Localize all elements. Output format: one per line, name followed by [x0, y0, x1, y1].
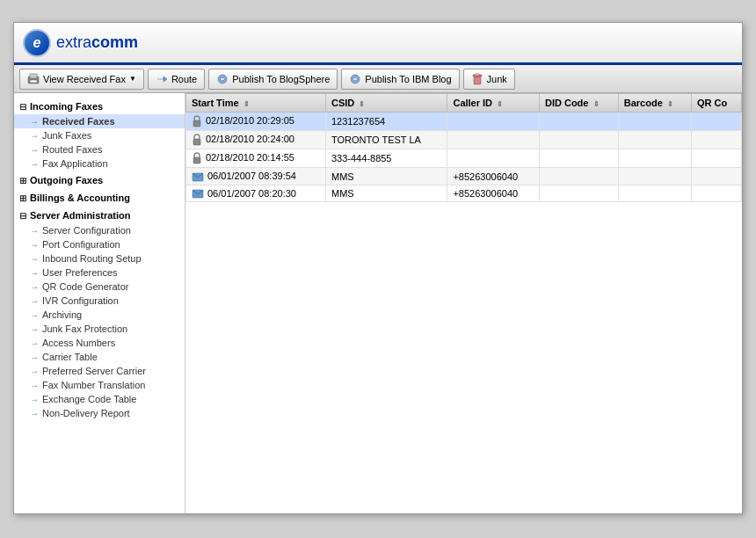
table-row[interactable]: 02/18/2010 20:29:051231237654: [186, 113, 742, 131]
sidebar-item-junk-faxes[interactable]: → Junk Faxes: [14, 128, 185, 142]
publish-blogsphere-button[interactable]: Publish To BlogSphere: [208, 69, 338, 90]
sidebar-item-archiving[interactable]: → Archiving: [14, 308, 185, 322]
table-row[interactable]: 02/18/2010 20:14:55333-444-8855: [186, 149, 742, 168]
route-button[interactable]: Route: [148, 69, 205, 90]
sidebar-item-port-configuration[interactable]: → Port Configuration: [14, 237, 185, 251]
cell-qr-code: [692, 131, 742, 149]
svg-rect-8: [193, 120, 200, 127]
cell-qr-code: [692, 185, 742, 202]
arrow-icon: →: [30, 159, 39, 169]
publish-ibm-blog-button[interactable]: Publish To IBM Blog: [341, 69, 459, 90]
cell-qr-code: [692, 149, 742, 168]
cell-qr-code: [692, 168, 742, 185]
sidebar-group-server-administration-header[interactable]: ⊟ Server Administration: [14, 207, 185, 223]
svg-rect-10: [193, 157, 200, 164]
route-icon: [156, 73, 168, 85]
table-row[interactable]: 06/01/2007 08:39:54MMS+85263006040: [186, 168, 742, 185]
sidebar-item-server-configuration[interactable]: → Server Configuration: [14, 223, 185, 237]
lock-icon: [192, 115, 202, 127]
sidebar-item-received-faxes[interactable]: → Received Faxes: [14, 114, 185, 128]
logo-text: extracomm: [56, 33, 138, 52]
col-csid[interactable]: CSID ⇕: [325, 94, 447, 113]
col-did-code[interactable]: DID Code ⇕: [539, 94, 618, 113]
start-time-value: 02/18/2010 20:14:55: [206, 152, 294, 163]
sidebar-group-server-administration: ⊟ Server Administration → Server Configu…: [14, 207, 185, 420]
col-qr-code[interactable]: QR Co: [692, 94, 742, 113]
sidebar-group-incoming-faxes: ⊟ Incoming Faxes → Received Faxes → Junk…: [14, 98, 185, 171]
junk-icon: [471, 73, 483, 85]
cell-start-time: 02/18/2010 20:14:55: [186, 149, 326, 168]
sidebar-item-routed-faxes[interactable]: → Routed Faxes: [14, 142, 185, 156]
arrow-icon: →: [30, 296, 39, 306]
start-time-value: 02/18/2010 20:29:05: [206, 115, 294, 126]
sidebar-item-non-delivery-report[interactable]: → Non-Delivery Report: [14, 406, 185, 420]
sidebar-item-inbound-routing-setup[interactable]: → Inbound Routing Setup: [14, 251, 185, 265]
svg-rect-5: [474, 76, 481, 84]
cell-start-time: 06/01/2007 08:39:54: [186, 168, 326, 185]
cell-did-code: [539, 185, 618, 202]
sidebar-item-preferred-server-carrier[interactable]: → Preferred Server Carrier: [14, 364, 185, 378]
sidebar-item-carrier-table[interactable]: → Carrier Table: [14, 350, 185, 364]
table-row[interactable]: 06/01/2007 08:20:30MMS+85263006040: [186, 185, 742, 202]
table-row[interactable]: 02/18/2010 20:24:00TORONTO TEST LA: [186, 131, 742, 149]
col-start-time[interactable]: Start Time ⇕: [186, 94, 326, 113]
cell-csid: 1231237654: [325, 113, 447, 131]
svg-rect-1: [30, 74, 37, 78]
arrow-icon: →: [30, 240, 39, 250]
sort-icon: ⇕: [593, 100, 600, 108]
logo-icon: e: [23, 29, 51, 57]
sidebar-group-outgoing-faxes-header[interactable]: ⊞ Outgoing Faxes: [14, 172, 185, 188]
junk-button[interactable]: Junk: [463, 69, 515, 90]
arrow-icon: →: [30, 367, 39, 376]
cell-csid: TORONTO TEST LA: [325, 131, 447, 149]
svg-rect-2: [30, 80, 37, 83]
cell-barcode: [618, 131, 691, 149]
sidebar-item-user-preferences[interactable]: → User Preferences: [14, 265, 185, 280]
svg-rect-7: [476, 74, 479, 76]
arrow-icon: →: [30, 338, 39, 348]
sidebar-item-access-numbers[interactable]: → Access Numbers: [14, 336, 185, 350]
sidebar-item-ivr-configuration[interactable]: → IVR Configuration: [14, 294, 185, 308]
main-content: ⊟ Incoming Faxes → Received Faxes → Junk…: [14, 93, 742, 513]
fax-table-area: Start Time ⇕ CSID ⇕ Caller ID ⇕ DID Co: [185, 93, 742, 513]
sidebar-item-junk-fax-protection[interactable]: → Junk Fax Protection: [14, 322, 185, 336]
main-window: e extracomm View Received Fax ▼ Route: [13, 22, 743, 514]
lock-icon: [192, 134, 202, 146]
col-caller-id[interactable]: Caller ID ⇕: [447, 94, 540, 113]
collapse-icon: ⊟: [19, 211, 26, 221]
fax-table: Start Time ⇕ CSID ⇕ Caller ID ⇕ DID Co: [185, 93, 742, 202]
sort-icon: ⇕: [667, 100, 673, 108]
lock-icon: [192, 152, 202, 164]
arrow-icon: →: [30, 254, 39, 264]
cell-csid: MMS: [325, 185, 447, 202]
cell-start-time: 06/01/2007 08:20:30: [186, 185, 326, 202]
expand-icon: ⊞: [19, 193, 26, 203]
arrow-icon: →: [30, 117, 39, 127]
sidebar-item-fax-application[interactable]: → Fax Application: [14, 156, 185, 171]
dropdown-arrow-icon: ▼: [129, 75, 136, 83]
arrow-icon: →: [30, 310, 39, 320]
email-icon: [192, 189, 204, 199]
sidebar-item-fax-number-translation[interactable]: → Fax Number Translation: [14, 378, 185, 392]
col-barcode[interactable]: Barcode ⇕: [618, 94, 691, 113]
cell-caller-id: +85263006040: [447, 185, 540, 202]
sidebar-group-billings-accounting-header[interactable]: ⊞ Billings & Accounting: [14, 190, 185, 206]
cell-caller-id: [447, 113, 540, 131]
start-time-value: 06/01/2007 08:39:54: [207, 171, 296, 181]
cell-barcode: [618, 149, 691, 168]
sidebar-item-qr-code-generator[interactable]: → QR Code Generator: [14, 280, 185, 294]
expand-icon: ⊞: [19, 176, 26, 185]
sort-icon: ⇕: [359, 100, 365, 108]
cell-caller-id: [447, 131, 540, 149]
cell-caller-id: +85263006040: [447, 168, 540, 185]
cell-qr-code: [692, 113, 742, 131]
sidebar-item-exchange-code-table[interactable]: → Exchange Code Table: [14, 392, 185, 406]
cell-did-code: [539, 113, 618, 131]
arrow-icon: →: [30, 226, 39, 236]
sidebar-group-billings-accounting: ⊞ Billings & Accounting: [14, 190, 185, 206]
publish-icon: [216, 73, 229, 85]
svg-rect-9: [193, 139, 200, 145]
sidebar-group-incoming-faxes-header[interactable]: ⊟ Incoming Faxes: [14, 98, 185, 114]
view-received-fax-button[interactable]: View Received Fax ▼: [19, 69, 144, 90]
cell-start-time: 02/18/2010 20:29:05: [186, 113, 326, 131]
